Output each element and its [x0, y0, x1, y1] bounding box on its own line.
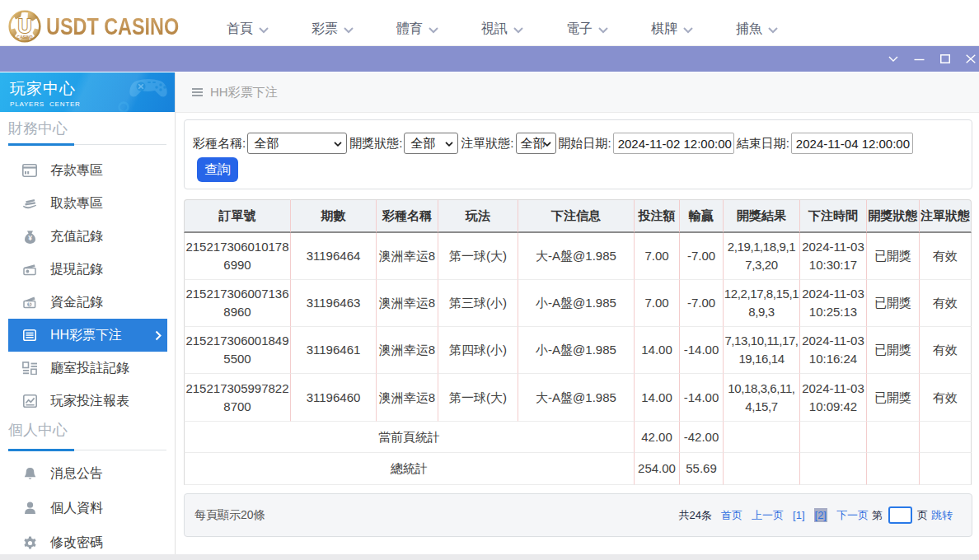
svg-text:CASINO: CASINO — [16, 35, 33, 40]
svg-text:¥: ¥ — [28, 234, 32, 242]
svg-text:$: $ — [28, 301, 30, 306]
